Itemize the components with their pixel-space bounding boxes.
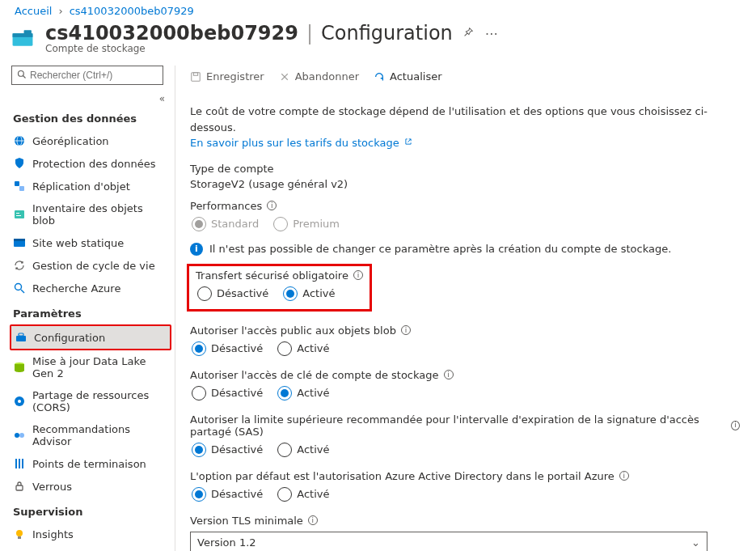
refresh-button[interactable]: Actualiser (374, 70, 441, 83)
radio-label: Désactivé (211, 342, 263, 354)
vertical-divider (175, 66, 175, 551)
chevron-right-icon: › (58, 5, 62, 17)
aad-disabled-radio[interactable]: Désactivé (192, 487, 263, 502)
info-icon[interactable]: i (401, 325, 411, 335)
save-label: Enregistrer (206, 70, 264, 83)
save-button[interactable]: Enregistrer (190, 70, 264, 83)
breadcrumb: Accueil › cs410032000beb07929 (0, 0, 756, 22)
sidebar-item-insights[interactable]: Insights (0, 523, 173, 545)
public-blob-label: Autoriser l'accès public aux objets blob (190, 324, 396, 337)
sidebar-item-alerts[interactable]: Alertes (0, 545, 173, 551)
replication-icon (13, 180, 26, 193)
sidebar-item-endpoints[interactable]: Points de terminaison (0, 452, 173, 475)
sidebar-item-blob-inventory[interactable]: Inventaire des objets blob (0, 197, 173, 231)
account-type-label: Type de compte (190, 163, 274, 175)
tls-select[interactable]: Version 1.2 ⌄ (190, 532, 707, 552)
globe-icon (13, 134, 26, 147)
page-header: cs410032000beb07929 | Configuration ⋯ Co… (0, 22, 756, 66)
lock-icon (13, 480, 26, 493)
sidebar-item-static-website[interactable]: Site web statique (0, 231, 173, 254)
radio-label: Désactivé (211, 443, 263, 456)
radio-label: Standard (211, 218, 259, 230)
highlight-secure-transfer: Transfert sécurisé obligatoire i Désacti… (187, 264, 372, 312)
insights-icon (13, 528, 26, 540)
search-input-wrap[interactable] (11, 66, 163, 85)
sidebar-item-datalake-upgrade[interactable]: Mise à jour Data Lake Gen 2 (0, 350, 173, 384)
pin-icon[interactable] (462, 26, 474, 41)
inventory-icon (13, 208, 26, 221)
sidebar-item-configuration[interactable]: Configuration (11, 326, 170, 349)
svg-line-4 (23, 75, 26, 78)
info-icon[interactable]: i (353, 270, 363, 280)
breadcrumb-home[interactable]: Accueil (15, 5, 52, 17)
sas-label: Autoriser la limite supérieure recommand… (190, 413, 726, 438)
info-icon[interactable]: i (444, 370, 454, 379)
account-type-value: StorageV2 (usage général v2) (190, 178, 740, 190)
svg-rect-27 (16, 485, 23, 490)
info-icon[interactable]: i (731, 421, 740, 430)
locked-note: Il n'est pas possible de changer ce para… (209, 243, 671, 255)
title-separator: | (305, 22, 315, 45)
performance-standard-radio: Standard (192, 217, 259, 231)
discard-button[interactable]: Abandonner (279, 70, 359, 83)
sidebar-item-object-replication[interactable]: Réplication d'objet (0, 175, 173, 197)
svg-rect-11 (16, 213, 19, 214)
sidebar-item-data-protection[interactable]: Protection des données (0, 152, 173, 175)
collapse-sidebar-button[interactable]: « (0, 88, 173, 104)
sidebar-item-azure-search[interactable]: Recherche Azure (0, 277, 173, 299)
main-content: Enregistrer Abandonner Actualiser Le coû… (180, 66, 756, 551)
sidebar-item-cors[interactable]: Partage de ressources (CORS) (0, 384, 173, 418)
radio-label: Activé (297, 443, 329, 456)
sidebar-item-label: Insights (32, 528, 74, 540)
info-icon[interactable]: i (308, 515, 318, 525)
svg-line-16 (21, 290, 24, 293)
breadcrumb-resource[interactable]: cs410032000beb07929 (70, 5, 194, 17)
key-access-enabled-radio[interactable]: Activé (277, 386, 329, 401)
refresh-label: Actualiser (390, 70, 441, 83)
public-blob-enabled-radio[interactable]: Activé (277, 341, 329, 356)
secure-transfer-disabled-radio[interactable]: Désactivé (197, 286, 268, 301)
sidebar-item-advisor[interactable]: Recommandations Advisor (0, 418, 173, 452)
more-icon[interactable]: ⋯ (485, 26, 498, 41)
highlight-configuration: Configuration (10, 324, 171, 350)
sidebar-item-georeplication[interactable]: Géoréplication (0, 129, 173, 152)
info-icon[interactable]: i (619, 471, 629, 481)
svg-point-28 (16, 530, 23, 536)
intro-body: Le coût de votre compte de stockage dépe… (190, 105, 707, 134)
svg-point-22 (15, 433, 19, 438)
svg-rect-29 (18, 536, 21, 539)
svg-rect-34 (193, 72, 197, 75)
section-supervision: Supervision (0, 498, 173, 523)
public-blob-disabled-radio[interactable]: Désactivé (192, 341, 263, 356)
pricing-link[interactable]: En savoir plus sur les tarifs du stockag… (190, 135, 412, 151)
search-icon (15, 70, 28, 82)
sidebar-item-locks[interactable]: Verrous (0, 475, 173, 498)
radio-label: Activé (297, 387, 329, 399)
svg-rect-33 (192, 72, 201, 81)
sidebar-item-lifecycle[interactable]: Gestion de cycle de vie (0, 254, 173, 277)
aad-label: L'option par défaut est l'autorisation A… (190, 470, 615, 482)
refresh-icon (374, 71, 385, 83)
secure-transfer-enabled-radio[interactable]: Activé (283, 286, 335, 301)
svg-rect-10 (15, 210, 24, 218)
performance-label: Performances (190, 200, 262, 212)
svg-point-21 (18, 400, 21, 403)
section-data-management: Gestion des données (0, 104, 173, 129)
toolbox-icon (15, 331, 27, 344)
sas-enabled-radio[interactable]: Activé (277, 443, 329, 457)
svg-rect-8 (15, 181, 19, 186)
toolbar: Enregistrer Abandonner Actualiser (187, 66, 740, 92)
sidebar-item-label: Partage de ressources (CORS) (32, 389, 167, 413)
svg-rect-24 (15, 459, 17, 468)
tls-value: Version 1.2 (197, 536, 256, 549)
radio-label: Activé (297, 342, 329, 354)
info-icon[interactable]: i (267, 201, 277, 210)
save-icon (190, 71, 201, 83)
key-access-disabled-radio[interactable]: Désactivé (192, 386, 263, 401)
search-input[interactable] (28, 68, 159, 83)
sidebar-item-label: Inventaire des objets blob (32, 202, 167, 227)
sas-disabled-radio[interactable]: Désactivé (192, 443, 263, 457)
sidebar-item-label: Réplication d'objet (32, 180, 130, 193)
aad-enabled-radio[interactable]: Activé (277, 487, 329, 502)
sidebar-item-label: Recommandations Advisor (32, 423, 167, 447)
